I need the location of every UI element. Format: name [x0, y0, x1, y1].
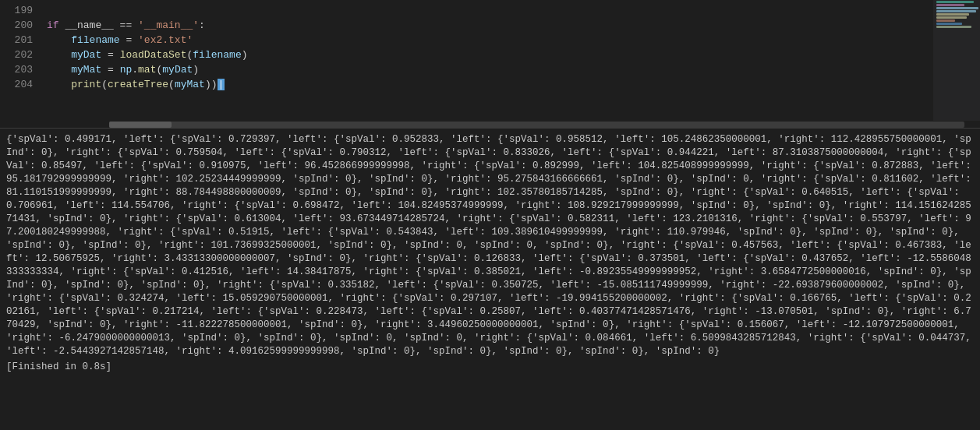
- line-number: 204: [6, 77, 33, 92]
- line-number: 202: [6, 48, 33, 62]
- line-numbers: 199 200 201 202 203 204: [0, 0, 39, 121]
- line-number: 200: [6, 18, 33, 33]
- minimap: [933, 0, 980, 121]
- scrollbar-track: [109, 122, 964, 128]
- line-number: 201: [6, 33, 33, 48]
- code-line-202: myDat = loadDataSet(filename): [47, 48, 933, 62]
- output-text: {'spVal': 0.499171, 'left': {'spVal': 0.…: [0, 132, 980, 360]
- output-section: {'spVal': 0.499171, 'left': {'spVal': 0.…: [0, 129, 980, 430]
- editor-section: 199 200 201 202 203 204 if __name__ == '…: [0, 0, 980, 121]
- line-number: 203: [6, 62, 33, 77]
- scrollbar-thumb[interactable]: [109, 122, 172, 128]
- finished-line: [Finished in 0.8s]: [0, 360, 980, 374]
- code-line-199: [47, 3, 933, 18]
- line-number: 199: [6, 3, 33, 18]
- editor-main: 199 200 201 202 203 204 if __name__ == '…: [0, 0, 933, 121]
- scrollbar-area: [0, 121, 980, 129]
- code-line-203: myMat = np.mat(myDat): [47, 62, 933, 77]
- code-line-200: if __name__ == '__main__':: [47, 18, 933, 33]
- code-line-201: filename = 'ex2.txt': [47, 33, 933, 48]
- code-line-204: print(createTree(myMat))|: [47, 77, 933, 92]
- code-area[interactable]: if __name__ == '__main__': filename = 'e…: [39, 0, 933, 121]
